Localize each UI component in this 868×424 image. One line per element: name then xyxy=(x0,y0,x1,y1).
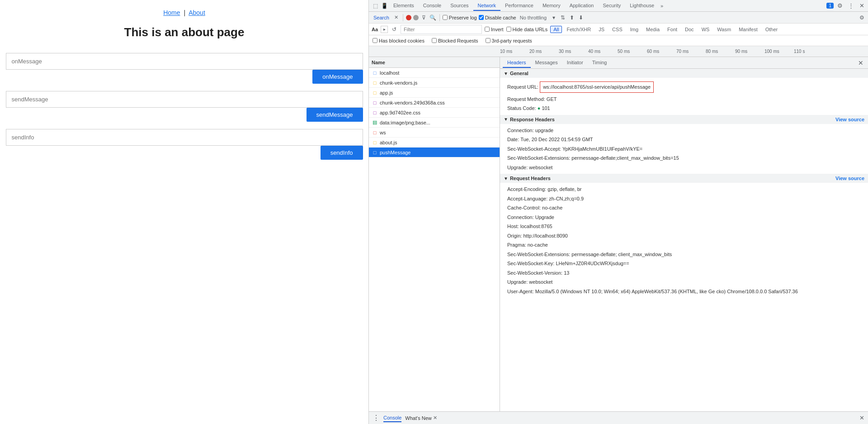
req-name-about-js: about.js xyxy=(380,140,397,145)
refresh-icon[interactable]: ↺ xyxy=(391,26,398,33)
req-ws-key-val: LHeNm+JZ0R4UDcWRXjsdug== xyxy=(556,261,629,266)
search-close-icon[interactable]: ✕ xyxy=(393,14,400,21)
send-info-input[interactable] xyxy=(6,129,363,146)
req-push-message[interactable]: □ pushMessage xyxy=(369,148,500,157)
req-localhost[interactable]: □ localhost xyxy=(369,68,500,78)
req-ws-key-row: Sec-WebSocket-Key: LHeNm+JZ0R4UDcWRXjsdu… xyxy=(507,259,861,268)
has-blocked-cookies-input[interactable] xyxy=(373,38,377,43)
whats-new-close-icon[interactable]: ✕ xyxy=(433,415,437,421)
search-label[interactable]: Search xyxy=(372,14,391,21)
detail-tab-headers[interactable]: Headers xyxy=(503,58,531,68)
devtools-bottom-bar: ⋮ Console What's New ✕ ✕ xyxy=(369,411,868,424)
req-host-key: Host: xyxy=(507,224,519,229)
blocked-requests-checkbox[interactable]: Blocked Requests xyxy=(432,38,478,43)
req-app-css[interactable]: □ app.9d7402ee.css xyxy=(369,108,500,118)
filter-input[interactable] xyxy=(401,25,482,34)
search-icon[interactable]: 🔍 xyxy=(429,14,437,21)
chip-other[interactable]: Other xyxy=(762,26,781,33)
general-section-header[interactable]: ▼ General xyxy=(500,69,868,78)
tab-lighthouse[interactable]: Lighthouse xyxy=(625,1,659,11)
req-data-image[interactable]: ▤ data:image/png;base... xyxy=(369,118,500,128)
on-message-button[interactable]: onMessage xyxy=(312,70,363,84)
webpage-panel: Home | About This is an about page onMes… xyxy=(0,0,368,424)
tab-security[interactable]: Security xyxy=(598,1,625,11)
request-list-header: Name xyxy=(369,57,500,68)
settings-gear-icon[interactable]: ⚙ xyxy=(858,14,865,21)
detail-tab-timing[interactable]: Timing xyxy=(588,58,612,68)
import-icon[interactable]: ⬆ xyxy=(568,14,576,21)
response-headers-section: ▼ Response Headers View source Connectio… xyxy=(500,115,868,174)
req-about-js[interactable]: □ about.js xyxy=(369,138,500,148)
response-headers-section-header[interactable]: ▼ Response Headers View source xyxy=(500,115,868,124)
device-icon[interactable]: 📱 xyxy=(380,1,389,10)
tab-console[interactable]: Console xyxy=(419,1,446,11)
third-party-checkbox[interactable]: 3rd-party requests xyxy=(486,38,532,43)
response-headers-view-source[interactable]: View source xyxy=(835,117,864,122)
req-app-js[interactable]: □ app.js xyxy=(369,88,500,98)
detail-tab-initiator[interactable]: Initiator xyxy=(562,58,588,68)
record-button[interactable] xyxy=(406,15,411,20)
tab-more[interactable]: » xyxy=(659,3,665,9)
tab-network[interactable]: Network xyxy=(473,1,500,11)
request-headers-view-source[interactable]: View source xyxy=(835,176,864,181)
chip-js[interactable]: JS xyxy=(595,26,608,33)
chip-fetch-xhr[interactable]: Fetch/XHR xyxy=(563,26,594,33)
status-code-value: 101 xyxy=(542,105,550,111)
console-tab[interactable]: Console xyxy=(383,414,401,422)
hide-data-urls-input[interactable] xyxy=(506,27,511,32)
tab-application[interactable]: Application xyxy=(565,1,599,11)
wifi-icon[interactable]: ⇅ xyxy=(559,14,566,21)
req-chunk-vendors-css[interactable]: □ chunk-vendors.249d368a.css xyxy=(369,98,500,108)
disable-cache-input[interactable] xyxy=(479,15,484,20)
tab-sources[interactable]: Sources xyxy=(446,1,473,11)
filter-icon[interactable]: ⊽ xyxy=(420,14,428,21)
more-options-icon[interactable]: ⋮ xyxy=(846,1,855,10)
stop-button[interactable] xyxy=(413,15,419,20)
req-ws[interactable]: □ ws xyxy=(369,128,500,138)
chip-manifest[interactable]: Manifest xyxy=(736,26,761,33)
request-headers-section-header[interactable]: ▼ Request Headers View source xyxy=(500,174,868,183)
chip-font[interactable]: Font xyxy=(664,26,680,33)
chip-wasm[interactable]: Wasm xyxy=(714,26,734,33)
blocked-requests-input[interactable] xyxy=(432,38,437,43)
chip-doc[interactable]: Doc xyxy=(682,26,697,33)
on-message-input[interactable] xyxy=(6,53,363,70)
nav-home-link[interactable]: Home xyxy=(163,9,180,16)
case-sensitive-icon[interactable]: ▸ xyxy=(381,26,388,33)
hide-data-urls-checkbox[interactable]: Hide data URLs xyxy=(506,27,548,32)
chip-img[interactable]: Img xyxy=(627,26,642,33)
chip-ws[interactable]: WS xyxy=(698,26,713,33)
send-message-input[interactable] xyxy=(6,91,363,108)
req-chunk-vendors-js[interactable]: □ chunk-vendors.js xyxy=(369,78,500,88)
disable-cache-checkbox[interactable]: Disable cache xyxy=(479,15,516,20)
export-icon[interactable]: ⬇ xyxy=(577,14,585,21)
third-party-input[interactable] xyxy=(486,38,491,43)
ws-icon-push: □ xyxy=(372,150,378,155)
no-throttling-select[interactable]: No throttling xyxy=(518,14,548,21)
chip-media[interactable]: Media xyxy=(643,26,663,33)
close-icon[interactable]: ✕ xyxy=(857,1,866,10)
invert-input[interactable] xyxy=(485,27,490,32)
send-message-button[interactable]: sendMessage xyxy=(307,108,363,122)
preserve-log-input[interactable] xyxy=(443,15,448,20)
tab-performance[interactable]: Performance xyxy=(500,1,538,11)
whats-new-tab[interactable]: What's New ✕ xyxy=(405,415,437,421)
chip-all[interactable]: All xyxy=(550,26,562,33)
send-info-button[interactable]: sendInfo xyxy=(321,146,363,160)
resp-connection-val: upgrade xyxy=(535,128,553,133)
req-ws-ext2-key: Sec-WebSocket-Extensions: xyxy=(507,252,570,257)
detail-tab-messages[interactable]: Messages xyxy=(531,58,562,68)
has-blocked-cookies-checkbox[interactable]: Has blocked cookies xyxy=(373,38,425,43)
throttling-dropdown-icon[interactable]: ▾ xyxy=(550,14,557,21)
nav-about-link[interactable]: About xyxy=(189,9,205,16)
chip-css[interactable]: CSS xyxy=(609,26,626,33)
settings-icon[interactable]: ⚙ xyxy=(835,1,844,10)
bottom-menu-icon[interactable]: ⋮ xyxy=(373,414,380,422)
bottom-close-icon[interactable]: ✕ xyxy=(859,414,864,421)
preserve-log-checkbox[interactable]: Preserve log xyxy=(443,15,477,20)
detail-close-button[interactable]: ✕ xyxy=(856,58,865,67)
inspect-icon[interactable]: ⬚ xyxy=(371,1,380,10)
tab-memory[interactable]: Memory xyxy=(538,1,565,11)
tab-elements[interactable]: Elements xyxy=(389,1,419,11)
invert-checkbox[interactable]: Invert xyxy=(485,27,504,32)
